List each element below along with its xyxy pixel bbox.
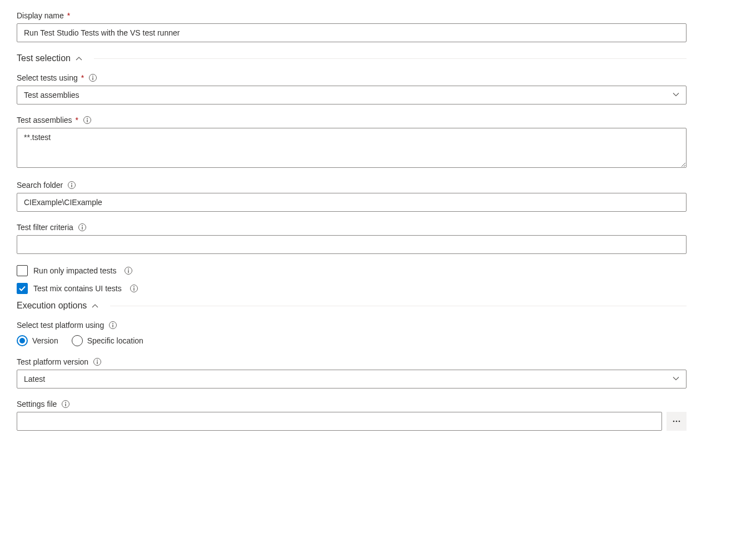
section-test-selection-title: Test selection: [17, 53, 71, 63]
search-folder-input[interactable]: [17, 193, 687, 212]
info-icon[interactable]: [83, 116, 92, 124]
run-only-impacted-label: Run only impacted tests: [33, 266, 116, 275]
radio-specific-location: [72, 335, 83, 346]
info-icon[interactable]: [130, 284, 138, 293]
select-test-platform-label: Select test platform using: [17, 321, 687, 330]
info-icon[interactable]: [78, 223, 87, 232]
required-indicator: *: [81, 73, 84, 82]
test-mix-ui-label: Test mix contains UI tests: [33, 284, 122, 293]
info-icon[interactable]: [67, 181, 76, 190]
radio-version: [17, 335, 28, 346]
section-execution-options-title: Execution options: [17, 301, 87, 311]
section-test-selection[interactable]: Test selection: [17, 53, 687, 63]
settings-file-input[interactable]: [17, 412, 662, 431]
select-tests-using-label: Select tests using *: [17, 73, 687, 82]
display-name-label: Display name *: [17, 11, 687, 20]
radio-option-specific-location[interactable]: Specific location: [72, 335, 143, 346]
run-only-impacted-checkbox[interactable]: [17, 265, 28, 276]
test-assemblies-textarea[interactable]: **.tstest: [17, 128, 687, 168]
test-filter-criteria-input[interactable]: [17, 235, 687, 254]
info-icon[interactable]: [88, 73, 97, 82]
chevron-up-icon: [91, 302, 99, 310]
info-icon[interactable]: [124, 266, 133, 275]
search-folder-label: Search folder: [17, 181, 687, 190]
section-divider: [94, 58, 687, 59]
required-indicator: *: [67, 11, 70, 20]
info-icon[interactable]: [108, 321, 117, 330]
radio-option-version[interactable]: Version: [17, 335, 58, 346]
test-filter-criteria-label: Test filter criteria: [17, 223, 687, 232]
section-execution-options[interactable]: Execution options: [17, 301, 687, 311]
display-name-input[interactable]: [17, 23, 687, 42]
info-icon[interactable]: [61, 400, 70, 409]
section-divider: [110, 306, 687, 306]
info-icon[interactable]: [93, 357, 102, 366]
radio-specific-location-label: Specific location: [87, 336, 143, 345]
select-tests-using-dropdown[interactable]: Test assemblies: [17, 86, 687, 104]
test-mix-ui-checkbox[interactable]: [17, 283, 28, 294]
required-indicator: *: [76, 116, 78, 124]
check-icon: [18, 284, 27, 293]
browse-button[interactable]: [667, 412, 687, 431]
test-platform-version-label: Test platform version: [17, 357, 687, 366]
chevron-up-icon: [75, 54, 83, 62]
test-platform-version-dropdown[interactable]: Latest: [17, 370, 687, 388]
radio-version-label: Version: [32, 336, 58, 345]
more-icon: [672, 417, 681, 426]
test-assemblies-label: Test assemblies *: [17, 116, 687, 124]
settings-file-label: Settings file: [17, 400, 687, 409]
